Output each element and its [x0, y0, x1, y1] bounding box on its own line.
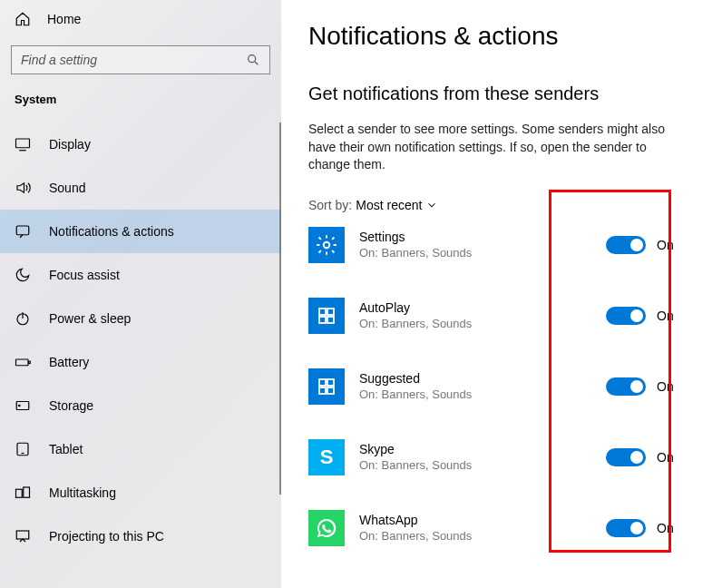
toggle-switch[interactable] [606, 307, 646, 325]
svg-rect-18 [327, 309, 334, 315]
sidebar-item-label: Storage [49, 398, 93, 413]
sender-subtitle: On: Banners, Sounds [359, 458, 591, 472]
multitasking-icon [15, 485, 31, 501]
sender-list: Settings On: Banners, Sounds On AutoPlay… [308, 225, 695, 548]
main-content: Notifications & actions Get notification… [281, 0, 722, 588]
svg-rect-22 [327, 379, 334, 386]
svg-point-0 [249, 55, 256, 63]
sidebar-item-tablet[interactable]: Tablet [0, 427, 281, 471]
search-field[interactable] [21, 53, 246, 67]
projecting-icon [15, 528, 31, 544]
sender-name: Settings [359, 230, 591, 244]
toggle-switch[interactable] [606, 448, 646, 466]
sender-subtitle: On: Banners, Sounds [359, 387, 591, 401]
sender-row-skype[interactable]: S Skype On: Banners, Sounds On [308, 437, 695, 477]
sidebar-item-storage[interactable]: Storage [0, 384, 281, 427]
autoplay-app-icon [308, 298, 345, 334]
sidebar-item-label: Notifications & actions [49, 224, 174, 239]
suggested-app-icon [308, 368, 345, 405]
svg-line-1 [255, 62, 258, 64]
tablet-icon [15, 441, 31, 457]
sidebar-item-projecting[interactable]: Projecting to this PC [0, 514, 281, 558]
toggle-label: On [657, 379, 674, 394]
svg-rect-4 [16, 226, 29, 235]
sidebar-item-label: Battery [49, 355, 89, 369]
whatsapp-app-icon [308, 510, 345, 546]
sender-row-autoplay[interactable]: AutoPlay On: Banners, Sounds On [308, 296, 695, 336]
sidebar: Home System Display Sound Notifications … [0, 0, 281, 588]
sender-name: AutoPlay [359, 300, 591, 315]
toggle-switch[interactable] [606, 519, 646, 537]
svg-rect-19 [319, 317, 326, 323]
svg-rect-13 [16, 489, 23, 497]
home-label: Home [47, 12, 81, 26]
sidebar-item-multitasking[interactable]: Multitasking [0, 471, 281, 514]
svg-rect-23 [319, 387, 326, 394]
sidebar-item-sound[interactable]: Sound [0, 166, 281, 210]
sidebar-item-label: Focus assist [49, 268, 120, 282]
settings-app-icon [308, 227, 345, 263]
svg-rect-15 [16, 531, 29, 539]
svg-rect-24 [327, 387, 334, 394]
svg-rect-8 [29, 361, 31, 363]
sidebar-item-notifications[interactable]: Notifications & actions [0, 210, 281, 253]
section-title: Get notifications from these senders [308, 83, 695, 104]
sidebar-item-label: Display [49, 137, 91, 152]
svg-rect-2 [16, 139, 30, 148]
sidebar-item-focus-assist[interactable]: Focus assist [0, 253, 281, 297]
svg-point-16 [324, 242, 330, 249]
sender-row-settings[interactable]: Settings On: Banners, Sounds On [308, 225, 695, 265]
sender-subtitle: On: Banners, Sounds [359, 317, 591, 330]
page-title: Notifications & actions [308, 22, 695, 51]
sender-subtitle: On: Banners, Sounds [359, 529, 591, 543]
power-icon [15, 310, 31, 327]
sound-icon [15, 180, 31, 196]
svg-rect-17 [319, 309, 326, 315]
toggle-switch[interactable] [606, 236, 646, 254]
sidebar-item-display[interactable]: Display [0, 122, 281, 166]
sender-name: Suggested [359, 371, 591, 386]
sidebar-item-battery[interactable]: Battery [0, 340, 281, 384]
chevron-down-icon [425, 199, 438, 211]
toggle-label: On [657, 309, 674, 323]
toggle-label: On [657, 521, 674, 535]
sort-by-value: Most recent [356, 198, 422, 212]
toggle-switch[interactable] [606, 377, 646, 396]
sender-name: Skype [359, 442, 591, 456]
sidebar-nav: Display Sound Notifications & actions Fo… [0, 122, 281, 558]
storage-icon [15, 397, 31, 414]
sender-row-suggested[interactable]: Suggested On: Banners, Sounds On [308, 367, 695, 407]
display-icon [15, 136, 31, 152]
section-description: Select a sender to see more settings. So… [308, 121, 689, 174]
sender-row-whatsapp[interactable]: WhatsApp On: Banners, Sounds On [308, 508, 695, 548]
sidebar-item-label: Power & sleep [49, 311, 131, 326]
search-input[interactable] [11, 45, 270, 74]
skype-app-icon: S [308, 439, 345, 475]
sidebar-item-label: Sound [49, 181, 85, 195]
notifications-icon [15, 223, 31, 240]
toggle-label: On [657, 450, 674, 465]
svg-rect-21 [319, 379, 326, 386]
svg-rect-7 [16, 359, 29, 366]
toggle-label: On [657, 238, 674, 252]
home-nav[interactable]: Home [0, 0, 281, 42]
sort-by-dropdown[interactable]: Sort by: Most recent [308, 198, 695, 212]
search-icon [246, 53, 260, 67]
sidebar-item-label: Projecting to this PC [49, 529, 164, 544]
sidebar-item-label: Tablet [49, 442, 83, 456]
sender-name: WhatsApp [359, 513, 591, 527]
svg-rect-14 [24, 487, 30, 497]
battery-icon [15, 354, 31, 370]
sidebar-item-power[interactable]: Power & sleep [0, 297, 281, 340]
sidebar-section-header: System [0, 89, 281, 122]
sidebar-item-label: Multitasking [49, 485, 116, 500]
focus-icon [15, 267, 31, 283]
home-icon [15, 11, 31, 27]
sort-by-label: Sort by: [308, 198, 352, 212]
svg-rect-20 [327, 317, 334, 323]
svg-point-10 [19, 405, 21, 407]
sender-subtitle: On: Banners, Sounds [359, 246, 591, 260]
